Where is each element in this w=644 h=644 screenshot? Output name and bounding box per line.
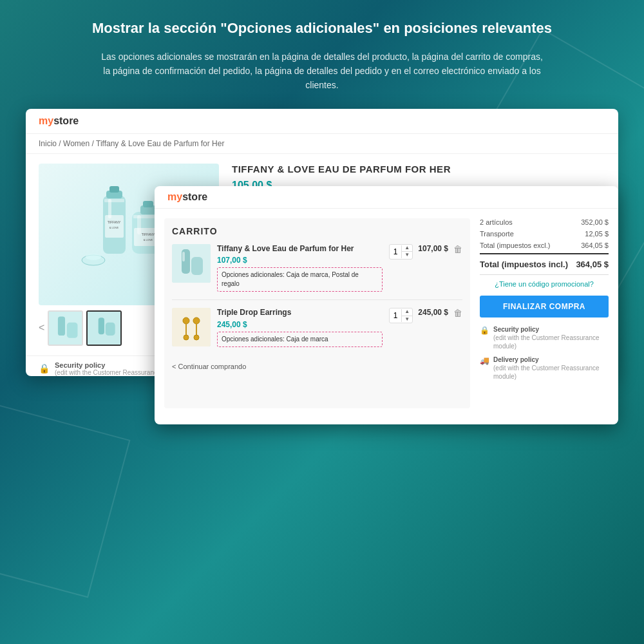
cart-item2-delete-icon[interactable]: 🗑 (453, 308, 462, 318)
store2-content: CARRITO Tiffany & Love Eau (155, 209, 618, 418)
cart-item1-opciones: Opciones adicionales: Caja de marca, Pos… (217, 267, 383, 292)
summary-delivery-policy: 🚚 Delivery policy (edit with the Custome… (480, 355, 609, 381)
cart-item1-qty-section: 1 ▲ ▼ 107,00 $ 🗑 (389, 244, 462, 260)
summary-transport-value: 12,05 $ (585, 230, 609, 238)
cart-item1-details: Tiffany & Love Eau de Parfum for Her 107… (217, 244, 383, 292)
promo-code-link[interactable]: ¿Tiene un código promocional? (480, 280, 609, 288)
breadcrumb-inicio[interactable]: Inicio (39, 139, 57, 148)
page-subtitle: Las opciones adicionales se mostrarán en… (97, 50, 547, 93)
cart-item-1: Tiffany & Love Eau de Parfum for Her 107… (172, 244, 462, 301)
summary-incl-value: 364,05 $ (576, 260, 609, 269)
cart-item1-delete-icon[interactable]: 🗑 (453, 244, 462, 254)
cart-item1-line-price: 107,00 $ (418, 244, 448, 253)
cart-item2-qty-down[interactable]: ▼ (402, 316, 412, 323)
cart-item1-qty-arrows: ▲ ▼ (402, 245, 412, 259)
summary-excl-label: Total (impuestos excl.) (480, 242, 550, 249)
svg-rect-28 (172, 308, 211, 346)
cart-item1-price: 107,00 $ (217, 256, 383, 265)
svg-rect-27 (182, 252, 185, 261)
continuar-comprando-link[interactable]: Continuar comprando (172, 363, 462, 370)
summary-security-policy: 🔒 Security policy (edit with the Custome… (480, 325, 609, 350)
cart-item2-details: Triple Drop Earrings 245,00 $ Opciones a… (217, 308, 383, 347)
logo-store: store (53, 115, 79, 126)
svg-point-29 (183, 317, 189, 324)
svg-text:TIFFANY: TIFFANY (108, 220, 121, 224)
cart-item2-qty-section: 1 ▲ ▼ 245,00 $ 🗑 (389, 308, 462, 323)
store1-header: mystore (26, 109, 618, 134)
cart-item2-price: 245,00 $ (217, 320, 383, 329)
svg-point-32 (193, 317, 200, 324)
thumbnail-1[interactable] (48, 310, 83, 346)
svg-text:& LOVE: & LOVE (144, 238, 153, 242)
cart-item2-qty-arrows: ▲ ▼ (402, 308, 412, 323)
svg-rect-22 (99, 317, 104, 334)
cart-item2-qty[interactable]: 1 ▲ ▼ (389, 308, 413, 323)
summary-security-title: Security policy (493, 325, 609, 334)
cart-item2-qty-up[interactable]: ▲ (402, 308, 412, 316)
cart-page-window: mystore CARRITO (155, 186, 618, 424)
cart-item2-line-price: 245,00 $ (418, 308, 448, 317)
cart-item2-qty-value: 1 (390, 309, 402, 322)
svg-rect-16 (108, 199, 111, 218)
cart-summary: 2 artículos 352,00 $ Transporte 12,05 $ … (480, 218, 609, 408)
summary-delivery-text: Delivery policy (edit with the Customer … (493, 355, 609, 381)
cart-item1-qty[interactable]: 1 ▲ ▼ (389, 244, 413, 260)
summary-transport-label: Transporte (480, 230, 514, 238)
cart-item2-opciones: Opciones adicionales: Caja de marca (217, 332, 383, 347)
svg-rect-23 (106, 322, 115, 335)
svg-rect-17 (137, 215, 141, 234)
store2-logo-store: store (182, 191, 207, 202)
svg-text:& LOVE: & LOVE (109, 226, 119, 229)
store1-logo: mystore (39, 115, 79, 127)
breadcrumb-women[interactable]: Women (63, 139, 90, 148)
svg-text:TIFFANY: TIFFANY (142, 232, 155, 236)
svg-point-34 (194, 335, 199, 340)
svg-rect-9 (143, 201, 153, 207)
breadcrumb-sep2: / (92, 139, 94, 148)
cart-item1-qty-up[interactable]: ▲ (402, 245, 412, 252)
svg-rect-19 (58, 316, 65, 336)
cart-item-2: Triple Drop Earrings 245,00 $ Opciones a… (172, 308, 462, 355)
svg-rect-26 (191, 257, 203, 275)
summary-excl-row: Total (impuestos excl.) 364,05 $ (480, 242, 609, 249)
summary-incl-label: Total (impuestos incl.) (480, 260, 568, 269)
summary-transport-row: Transporte 12,05 $ (480, 230, 609, 238)
thumbnail-2[interactable] (86, 310, 122, 346)
breadcrumb-product: Tiffany & Love Eau de Parfum for Her (96, 139, 224, 148)
summary-excl-value: 364,05 $ (581, 242, 609, 249)
lock-icon: 🔒 (39, 363, 50, 374)
cart-item2-name: Triple Drop Earrings (217, 308, 383, 318)
summary-incl-row: Total (impuestos incl.) 364,05 $ (480, 253, 609, 275)
summary-security-subtitle: (edit with the Customer Reassurance modu… (493, 334, 609, 350)
summary-security-text: Security policy (edit with the Customer … (493, 325, 609, 350)
summary-items-row: 2 artículos 352,00 $ (480, 218, 609, 226)
breadcrumb-sep1: / (59, 139, 61, 148)
summary-items-value: 352,00 $ (581, 218, 609, 226)
thumb-prev-arrow[interactable]: < (39, 322, 44, 334)
store2-logo-my: my (167, 191, 182, 202)
cart-item1-qty-value: 1 (390, 245, 402, 258)
product-title: TIFFANY & LOVE EAU DE PARFUM FOR HER (232, 164, 605, 175)
cart-item1-qty-down[interactable]: ▼ (402, 252, 412, 258)
summary-delivery-title: Delivery policy (493, 355, 609, 364)
logo-my: my (39, 115, 53, 126)
cart-title: CARRITO (172, 226, 462, 236)
cart-main: CARRITO Tiffany & Love Eau (164, 218, 470, 408)
svg-rect-2 (109, 186, 119, 193)
svg-rect-20 (67, 322, 78, 337)
screenshots-container: mystore Inicio / Women / Tiffany & Love … (26, 109, 618, 431)
breadcrumb: Inicio / Women / Tiffany & Love Eau de P… (26, 134, 618, 154)
summary-delivery-subtitle: (edit with the Customer Reassurance modu… (493, 364, 609, 381)
svg-rect-3 (104, 199, 124, 202)
summary-lock-icon: 🔒 (480, 326, 489, 336)
delivery-icon: 🚚 (480, 356, 489, 366)
store2-header: mystore (155, 186, 618, 209)
svg-point-15 (86, 254, 101, 260)
svg-point-31 (184, 335, 189, 340)
cart-item1-image (172, 244, 211, 283)
store2-logo: mystore (167, 191, 605, 203)
summary-items-label: 2 artículos (480, 218, 513, 226)
cart-item1-name: Tiffany & Love Eau de Parfum for Her (217, 244, 383, 254)
finalizar-compra-button[interactable]: FINALIZAR COMPRA (480, 296, 609, 317)
page-title: Mostrar la sección "Opciones adicionales… (26, 19, 618, 38)
